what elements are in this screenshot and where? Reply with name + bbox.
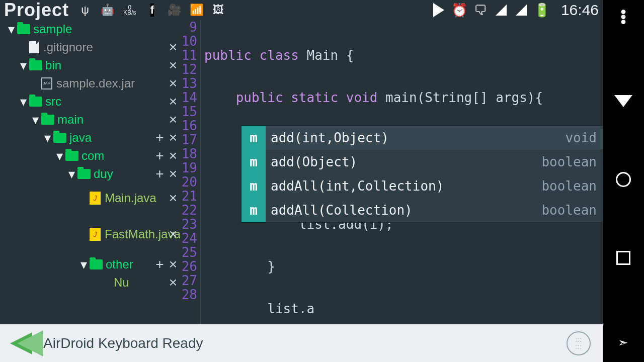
folder-icon <box>90 259 103 269</box>
close-icon[interactable] <box>169 256 177 273</box>
share-icon <box>190 4 202 16</box>
close-icon[interactable] <box>169 166 177 182</box>
play-icon <box>433 3 444 17</box>
notification-text: AirDroid Keyboard Ready <box>43 335 203 351</box>
add-icon[interactable] <box>155 166 164 182</box>
close-icon[interactable] <box>169 226 177 242</box>
close-icon[interactable] <box>169 57 177 73</box>
tree-folder-main[interactable]: main <box>0 111 180 129</box>
close-icon[interactable] <box>169 190 177 206</box>
android-icon <box>101 4 113 16</box>
add-icon[interactable] <box>155 148 164 164</box>
autocomplete-popup[interactable]: m add(int,Object) void m add(Object) boo… <box>242 126 603 222</box>
line-gutter: 91011 121314 151617 181920 212223 242526… <box>180 20 200 302</box>
method-badge-icon: m <box>242 174 266 198</box>
add-icon[interactable] <box>155 130 164 146</box>
tree-folder-bin[interactable]: bin <box>0 56 180 74</box>
picture-icon <box>212 4 224 16</box>
status-icons-left: 0KB/s <box>79 4 224 16</box>
autocomplete-item[interactable]: m add(Object) boolean <box>242 150 603 174</box>
add-icon[interactable] <box>155 256 164 273</box>
airdroid-icon <box>10 332 32 354</box>
nav-recents-button[interactable] <box>614 249 632 267</box>
tree-file-gitignore[interactable]: .gitignore <box>0 38 180 56</box>
keyboard-switch-icon[interactable]: :::::: <box>567 331 591 355</box>
project-tree[interactable]: sample .gitignore bin JAR sample.dex.jar… <box>0 20 180 324</box>
close-icon[interactable] <box>169 94 177 110</box>
nav-home-button[interactable] <box>614 170 632 189</box>
notification-bar[interactable]: AirDroid Keyboard Ready :::::: <box>0 324 603 362</box>
close-icon[interactable] <box>169 148 177 164</box>
autocomplete-item[interactable]: m addAll(int,Collection) boolean <box>242 174 603 198</box>
folder-icon <box>53 133 66 143</box>
java-file-icon: J <box>90 192 101 205</box>
file-icon <box>29 41 39 53</box>
folder-icon <box>41 115 54 125</box>
android-nav-bar: ••• ➣ <box>603 0 644 362</box>
camera-icon <box>168 4 180 16</box>
signal-icon-2 <box>516 5 527 16</box>
close-icon[interactable] <box>169 275 177 291</box>
usb-icon <box>79 4 91 16</box>
tree-folder-com[interactable]: com <box>0 147 180 165</box>
close-icon[interactable] <box>169 112 177 128</box>
clock: 16:46 <box>561 2 599 19</box>
close-icon[interactable] <box>169 75 177 92</box>
autocomplete-item[interactable]: m add(int,Object) void <box>242 126 603 150</box>
chat-icon <box>474 4 487 16</box>
tree-file-nu[interactable]: Nu <box>0 274 180 292</box>
nav-send-icon[interactable]: ➣ <box>614 334 632 352</box>
folder-icon <box>65 151 78 161</box>
code-editor[interactable]: 91011 121314 151617 181920 212223 242526… <box>180 20 603 324</box>
facebook-icon <box>146 4 158 16</box>
tree-folder-other[interactable]: other <box>0 255 180 274</box>
close-icon[interactable] <box>169 39 177 55</box>
folder-icon <box>77 169 91 179</box>
tree-folder-sample[interactable]: sample <box>0 20 180 38</box>
java-file-icon: J <box>90 228 101 241</box>
tree-folder-java[interactable]: java <box>0 129 180 147</box>
battery-icon <box>536 4 548 16</box>
folder-icon <box>29 60 42 70</box>
tree-folder-src[interactable]: src <box>0 93 180 111</box>
nav-back-button[interactable] <box>614 92 632 110</box>
signal-icon <box>496 5 507 16</box>
folder-icon <box>29 97 42 107</box>
tree-file-fastmath[interactable]: J FastMath.java <box>0 213 180 255</box>
method-badge-icon: m <box>242 150 266 174</box>
method-badge-icon: m <box>242 126 266 150</box>
status-icons-right: 16:46 <box>433 2 599 19</box>
jar-icon: JAR <box>41 77 52 89</box>
overflow-menu-icon[interactable]: ••• <box>619 10 628 25</box>
tree-file-dexjar[interactable]: JAR sample.dex.jar <box>0 74 180 93</box>
method-badge-icon: m <box>242 198 266 222</box>
autocomplete-item[interactable]: m addAll(Collection) boolean <box>242 198 603 222</box>
alarm-icon <box>453 4 465 16</box>
status-bar: Project 0KB/s 16:46 <box>0 0 603 20</box>
tree-folder-duy[interactable]: duy <box>0 165 180 183</box>
panel-title: Project <box>4 0 69 21</box>
tree-file-main-java[interactable]: J Main.java <box>0 183 180 213</box>
close-icon[interactable] <box>169 130 177 146</box>
folder-icon <box>17 24 30 34</box>
speed-icon: 0KB/s <box>123 5 136 15</box>
app-window: Project 0KB/s 16:46 sample <box>0 0 603 362</box>
